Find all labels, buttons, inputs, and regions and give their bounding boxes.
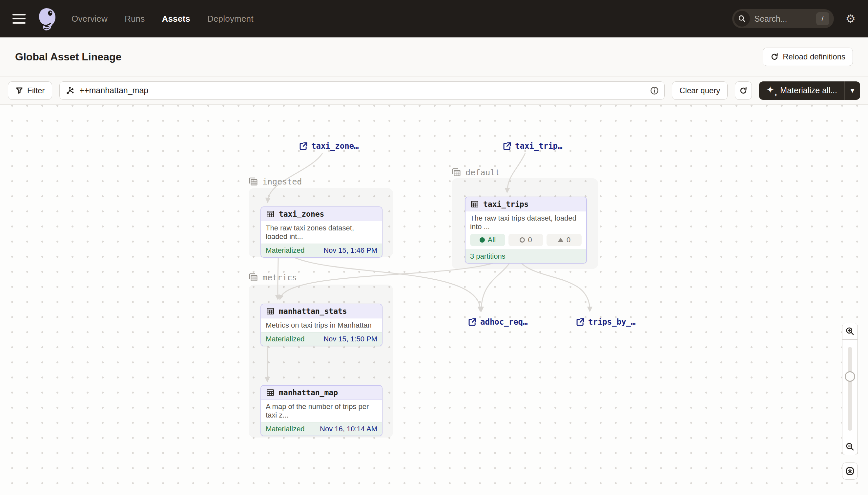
zoom-slider[interactable] — [842, 340, 858, 438]
materialization-timestamp[interactable]: Nov 16, 10:14 AM — [320, 425, 377, 433]
nav-links: Overview Runs Assets Deployment — [72, 14, 253, 24]
asset-node-taxi-zones[interactable]: taxi_zones The raw taxi zones dataset, l… — [261, 206, 383, 258]
info-icon[interactable] — [650, 86, 659, 95]
asset-node-manhattan-map[interactable]: manhattan_map A map of the number of tri… — [261, 385, 383, 436]
external-asset-taxi-trip[interactable]: taxi_trip… — [502, 141, 563, 151]
dagster-logo-icon[interactable] — [36, 7, 57, 31]
search-placeholder: Search... — [755, 14, 816, 24]
search-shortcut-badge: / — [816, 12, 829, 25]
external-link-icon — [299, 141, 308, 151]
scrollbar-track[interactable] — [860, 105, 868, 495]
zoom-out-button[interactable] — [842, 438, 858, 455]
asset-name: manhattan_map — [279, 388, 338, 397]
table-group-icon — [451, 167, 462, 177]
asset-node-manhattan-stats[interactable]: manhattan_stats Metrics on taxi trips in… — [261, 304, 383, 346]
zoom-out-icon — [845, 442, 855, 452]
lineage-graph-icon — [65, 86, 75, 96]
search-input[interactable]: Search... / — [732, 9, 834, 28]
partitions-missing-badge[interactable]: 0 — [547, 234, 582, 246]
page-title: Global Asset Lineage — [15, 51, 121, 63]
materialize-options-caret[interactable]: ▾ — [844, 81, 860, 100]
table-icon — [266, 209, 275, 219]
table-group-icon — [248, 176, 259, 187]
table-icon — [266, 388, 275, 397]
zoom-controls — [842, 323, 858, 480]
ring-icon — [520, 237, 525, 243]
external-link-icon — [468, 318, 477, 327]
refresh-icon — [739, 86, 748, 95]
lineage-edges — [0, 105, 868, 495]
lineage-toolbar: Filter ++manhattan_map Clear query ✦ — [0, 76, 868, 105]
group-label-default[interactable]: default — [451, 167, 500, 177]
nav-item-deployment[interactable]: Deployment — [207, 14, 253, 24]
zoom-in-button[interactable] — [842, 323, 858, 340]
download-image-button[interactable] — [842, 462, 858, 480]
asset-description: Metrics on taxi trips in Manhattan — [261, 319, 382, 332]
nav-item-runs[interactable]: Runs — [125, 14, 145, 24]
materialization-timestamp[interactable]: Nov 15, 1:46 PM — [323, 246, 377, 255]
asset-query-input[interactable]: ++manhattan_map — [59, 81, 665, 100]
clear-query-button[interactable]: Clear query — [672, 81, 728, 100]
materialization-timestamp[interactable]: Nov 15, 1:50 PM — [323, 335, 377, 343]
sparkle-icon: ✦ ✦ — [766, 85, 776, 96]
query-value[interactable]: ++manhattan_map — [79, 86, 645, 95]
asset-description: The raw taxi trips dataset, loaded into … — [465, 211, 586, 234]
menu-icon[interactable] — [13, 14, 25, 24]
table-group-icon — [248, 272, 259, 283]
refresh-graph-button[interactable] — [735, 81, 752, 100]
top-nav: Overview Runs Assets Deployment Search..… — [0, 0, 868, 37]
nav-item-overview[interactable]: Overview — [72, 14, 108, 24]
zoom-in-icon — [845, 326, 855, 336]
table-icon — [470, 200, 479, 209]
external-link-icon — [576, 318, 585, 327]
download-icon — [845, 466, 855, 476]
settings-gear-icon[interactable]: ⚙ — [846, 13, 855, 24]
group-label-ingested[interactable]: ingested — [248, 176, 302, 187]
asset-description: The raw taxi zones dataset, loaded int..… — [261, 221, 382, 243]
zoom-slider-thumb[interactable] — [845, 371, 855, 382]
asset-name: manhattan_stats — [279, 307, 347, 315]
filter-button[interactable]: Filter — [8, 81, 52, 100]
partitions-materialized-badge[interactable]: All — [470, 234, 505, 246]
asset-lineage-canvas[interactable]: ingested default metrics taxi_zone… taxi… — [0, 105, 868, 495]
external-asset-adhoc-request[interactable]: adhoc_req… — [468, 318, 528, 327]
zoom-slider-track[interactable] — [848, 347, 852, 431]
partition-status-row: All 0 0 — [465, 234, 586, 250]
materialize-all-split-button: ✦ ✦ Materialize all... ▾ — [759, 81, 860, 100]
asset-node-taxi-trips[interactable]: taxi_trips The raw taxi trips dataset, l… — [465, 197, 587, 263]
nav-item-assets[interactable]: Assets — [162, 14, 190, 24]
filter-funnel-icon — [15, 87, 23, 95]
triangle-icon — [558, 238, 564, 242]
external-asset-trips-by[interactable]: trips_by_… — [576, 318, 636, 327]
asset-description: A map of the number of trips per taxi z.… — [261, 400, 382, 422]
filled-dot-icon — [480, 237, 485, 243]
search-icon — [734, 11, 750, 27]
asset-name: taxi_zones — [279, 210, 324, 218]
reload-definitions-button[interactable]: Reload definitions — [763, 48, 853, 66]
status-badge: Materialized — [266, 246, 305, 255]
partitions-count[interactable]: 3 partitions — [470, 252, 506, 261]
status-badge: Materialized — [266, 335, 305, 343]
title-bar: Global Asset Lineage Reload definitions — [0, 37, 868, 76]
external-link-icon — [502, 141, 512, 151]
external-asset-taxi-zone[interactable]: taxi_zone… — [299, 141, 359, 151]
materialize-all-button[interactable]: ✦ ✦ Materialize all... — [759, 81, 844, 100]
group-label-metrics[interactable]: metrics — [248, 272, 297, 283]
refresh-icon — [770, 52, 779, 61]
status-badge: Materialized — [266, 425, 305, 433]
partitions-failed-badge[interactable]: 0 — [509, 234, 544, 246]
table-icon — [266, 307, 275, 316]
asset-name: taxi_trips — [483, 200, 529, 208]
chevron-down-icon: ▾ — [851, 86, 854, 95]
